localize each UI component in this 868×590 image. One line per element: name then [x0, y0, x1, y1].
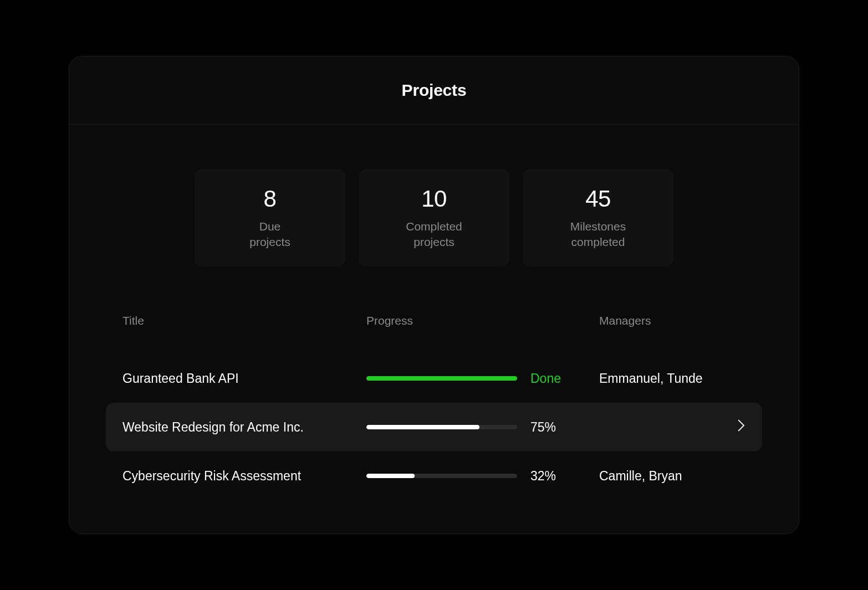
table-header: Title Progress Managers	[122, 305, 746, 354]
col-header-progress: Progress	[366, 314, 599, 327]
stat-value: 45	[585, 186, 611, 212]
stat-label: Milestones completed	[570, 219, 626, 250]
projects-panel: Projects 8 Due projects 10 Completed pro…	[69, 56, 799, 534]
stat-label: Completed projects	[406, 219, 462, 250]
panel-header: Projects	[69, 57, 799, 125]
progress-label: 75%	[530, 420, 556, 435]
progress-bar	[366, 376, 517, 381]
stat-label: Due projects	[249, 219, 290, 250]
stat-value: 8	[264, 186, 277, 212]
project-managers	[599, 418, 746, 436]
progress-label: Done	[530, 371, 561, 386]
table-body: Guranteed Bank APIDoneEmmanuel, TundeWeb…	[122, 354, 746, 500]
project-progress: Done	[366, 371, 599, 386]
page-title: Projects	[69, 81, 799, 100]
managers-text: Emmanuel, Tunde	[599, 371, 703, 386]
stat-card-milestones[interactable]: 45 Milestones completed	[523, 169, 673, 266]
project-progress: 75%	[366, 420, 599, 435]
progress-bar	[366, 474, 517, 478]
table-row[interactable]: Cybersecurity Risk Assessment32%Camille,…	[122, 452, 746, 500]
stat-card-completed[interactable]: 10 Completed projects	[359, 169, 509, 266]
stat-value: 10	[421, 186, 447, 212]
table-row[interactable]: Guranteed Bank APIDoneEmmanuel, Tunde	[122, 354, 746, 403]
stat-card-due[interactable]: 8 Due projects	[195, 169, 345, 266]
project-title: Cybersecurity Risk Assessment	[122, 469, 366, 484]
project-managers: Camille, Bryan	[599, 469, 746, 484]
table-row[interactable]: Website Redesign for Acme Inc.75%	[106, 403, 762, 452]
progress-bar	[366, 425, 517, 429]
progress-label: 32%	[530, 469, 556, 484]
project-managers: Emmanuel, Tunde	[599, 371, 746, 386]
managers-text: Camille, Bryan	[599, 469, 682, 484]
project-title: Guranteed Bank API	[122, 371, 366, 386]
stats-row: 8 Due projects 10 Completed projects 45 …	[69, 125, 799, 305]
progress-fill	[366, 376, 517, 381]
projects-table: Title Progress Managers Guranteed Bank A…	[69, 305, 799, 533]
progress-fill	[366, 425, 479, 429]
col-header-title: Title	[122, 314, 366, 327]
project-progress: 32%	[366, 469, 599, 484]
project-title: Website Redesign for Acme Inc.	[122, 420, 366, 435]
chevron-right-icon[interactable]	[737, 418, 746, 436]
col-header-managers: Managers	[599, 314, 746, 327]
progress-fill	[366, 474, 415, 478]
